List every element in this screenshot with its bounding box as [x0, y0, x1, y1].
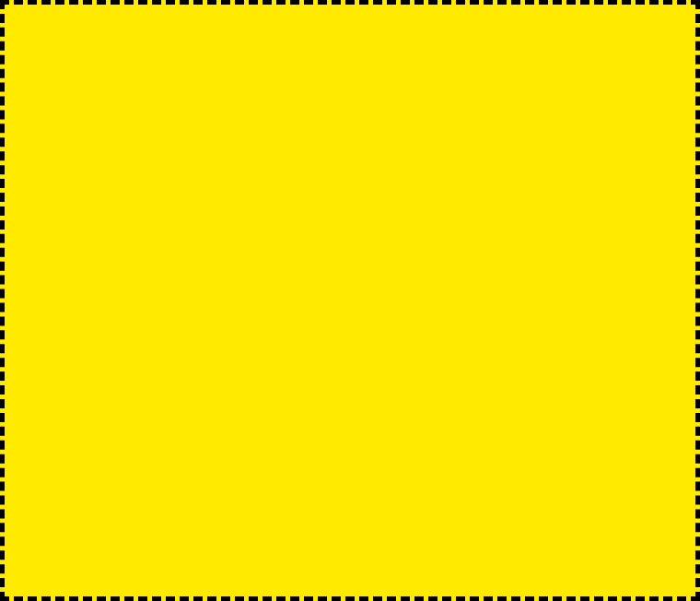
- line-number: 2: [12, 121, 84, 152]
- token-colon: :: [144, 183, 158, 212]
- token-keyword: if: [84, 121, 114, 149]
- close-icon[interactable]: [638, 17, 675, 57]
- folder-icon[interactable]: [30, 18, 71, 56]
- token-punct: ): [309, 152, 323, 181]
- token-op: ::: [294, 121, 324, 149]
- code-content: num = str(raw_input()): [84, 89, 688, 121]
- app-window: 判断回文数.py 1num = str(raw_input())2if num …: [5, 5, 695, 596]
- token-string: 'yes': [234, 152, 309, 181]
- token-punct: (: [218, 215, 233, 243]
- code-line: 5 print('no'): [12, 215, 688, 246]
- token-name: num: [84, 89, 129, 118]
- output-result: yes: [10, 569, 690, 591]
- token-num: -1: [323, 121, 354, 149]
- token-op: [114, 121, 129, 149]
- token-colon: :: [368, 121, 383, 149]
- token-punct: (: [218, 152, 233, 181]
- line-number: 5: [12, 215, 84, 246]
- token-op: ==: [174, 121, 234, 149]
- token-punct: [: [278, 121, 293, 149]
- token-builtin: print: [144, 152, 218, 181]
- code-line: 2if num == num[::-1]:: [12, 121, 688, 152]
- line-number: 1: [12, 89, 84, 121]
- token-op: [84, 215, 144, 243]
- token-builtin: raw_input: [234, 89, 368, 118]
- token-punct: (): [368, 89, 399, 118]
- output-input-echo: 12321: [10, 540, 690, 569]
- code-content: print('no'): [84, 215, 688, 246]
- token-builtin: print: [144, 215, 218, 243]
- file-title: 判断回文数.py: [86, 16, 620, 58]
- code-editor[interactable]: 1num = str(raw_input())2if num == num[::…: [5, 69, 695, 532]
- token-op: =: [129, 89, 174, 118]
- token-punct: (: [218, 89, 233, 118]
- line-number: 4: [12, 183, 84, 215]
- line-number: 3: [12, 152, 84, 183]
- code-line: 3 print('yes'): [12, 152, 688, 183]
- header-right: [620, 17, 675, 57]
- header-bar: 判断回文数.py: [5, 5, 695, 69]
- token-punct: ]: [354, 121, 368, 149]
- code-content: if num == num[::-1]:: [84, 121, 688, 152]
- token-op: [84, 152, 144, 181]
- code-content: else:: [84, 183, 688, 215]
- code-content: print('yes'): [84, 152, 688, 183]
- token-name: num: [234, 121, 279, 149]
- token-punct: ): [398, 89, 413, 118]
- token-punct: ): [294, 215, 309, 243]
- token-name: num: [129, 121, 174, 149]
- output-console[interactable]: 12321 yes: [5, 532, 695, 596]
- code-line: 1num = str(raw_input()): [12, 89, 688, 121]
- token-builtin: str: [174, 89, 219, 118]
- code-line: 4else:: [12, 183, 688, 215]
- header-left: [30, 18, 86, 56]
- svg-rect-0: [32, 25, 69, 50]
- token-string: 'no': [234, 215, 294, 243]
- token-keyword: else: [84, 183, 144, 212]
